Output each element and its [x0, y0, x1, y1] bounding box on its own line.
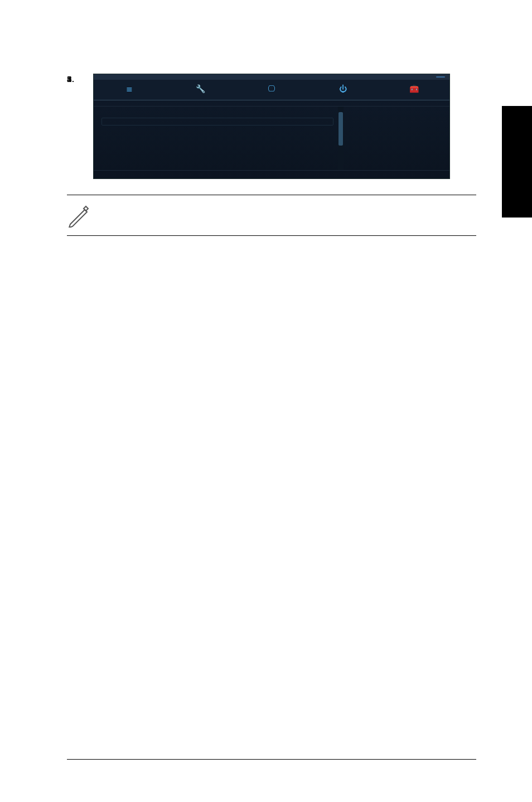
bios-title-bar	[94, 74, 449, 80]
tool-icon: 🧰	[380, 84, 447, 94]
list-icon: ≣	[96, 84, 163, 94]
monitor-icon: 🖵	[238, 84, 305, 94]
bios-tabs: ≣ 🔧 🖵 ⏻ 🧰	[94, 80, 449, 100]
power-icon: ⏻	[309, 84, 376, 94]
bios-breadcrumb	[94, 100, 449, 107]
usb-port-group	[101, 118, 333, 125]
note-row	[67, 195, 476, 236]
help-description	[348, 112, 444, 162]
language-tab	[502, 106, 532, 218]
wrench-icon: 🔧	[167, 84, 234, 94]
bios-footer	[94, 170, 449, 178]
tab-main[interactable]: ≣	[94, 80, 165, 100]
tab-tool[interactable]: 🧰	[378, 80, 449, 100]
bios-screenshot: ≣ 🔧 🖵 ⏻ 🧰	[93, 74, 450, 179]
scrollbar[interactable]	[338, 107, 344, 170]
tab-advanced[interactable]: 🔧	[165, 80, 236, 100]
scrollbar-thumb[interactable]	[338, 112, 343, 146]
pencil-icon	[67, 203, 91, 228]
bios-exit-indicator	[436, 76, 445, 78]
page-footer	[67, 759, 476, 763]
tab-monitor[interactable]: 🖵	[236, 80, 307, 100]
bios-options-panel	[94, 107, 338, 170]
tab-boot[interactable]: ⏻	[307, 80, 379, 100]
